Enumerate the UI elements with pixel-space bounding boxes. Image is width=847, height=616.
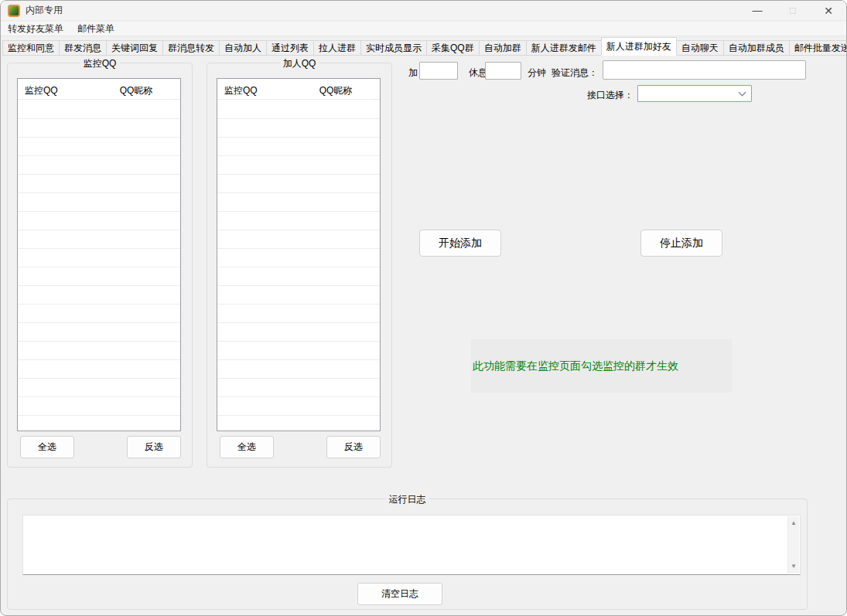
- app-icon: [8, 5, 20, 17]
- minimize-button[interactable]: —: [739, 1, 775, 20]
- scroll-up-icon[interactable]: ▲: [788, 520, 799, 526]
- notice-text: 此功能需要在监控页面勾选监控的群才生效: [473, 359, 678, 373]
- tab-2[interactable]: 群发消息: [59, 40, 107, 56]
- run-log-group: 运行日志 ▲ ▼ 清空日志: [7, 499, 808, 610]
- verify-message-input[interactable]: [603, 60, 806, 80]
- start-adding-button[interactable]: 开始添加: [419, 230, 501, 257]
- add-qq-group-title: 加人QQ: [280, 57, 319, 70]
- close-button[interactable]: ✕: [811, 1, 846, 20]
- window-title: 内部专用: [26, 4, 63, 17]
- tab-9[interactable]: 采集QQ群: [426, 40, 480, 56]
- monitor-qq-table-header: 监控QQ QQ昵称: [18, 79, 180, 100]
- add-qq-table[interactable]: 监控QQ QQ昵称: [217, 78, 381, 431]
- column-header-qq-nickname: QQ昵称: [298, 84, 374, 97]
- tab-1[interactable]: 监控和同意: [2, 40, 60, 56]
- add-qq-table-body[interactable]: [217, 100, 380, 431]
- tab-8[interactable]: 实时成员显示: [360, 40, 427, 56]
- column-header-qq-nickname: QQ昵称: [98, 84, 174, 97]
- add-count-input[interactable]: [419, 62, 458, 80]
- clear-log-button[interactable]: 清空日志: [357, 583, 442, 605]
- verify-message-label: 验证消息：: [552, 66, 598, 80]
- menu-item-forward-friend[interactable]: 转发好友菜单: [1, 22, 70, 36]
- tab-strip: 监控和同意群发消息关键词回复群消息转发自动加人通过列表拉人进群实时成员显示采集Q…: [2, 37, 846, 56]
- tab-7[interactable]: 拉人进群: [313, 40, 361, 56]
- window-controls: — □ ✕: [739, 1, 846, 20]
- rest-minutes-input[interactable]: [485, 62, 521, 80]
- interface-select-value: [638, 88, 641, 99]
- monitor-qq-table-body[interactable]: [18, 100, 180, 431]
- tab-6[interactable]: 通过列表: [266, 40, 314, 56]
- tab-11[interactable]: 新人进群发邮件: [526, 40, 602, 56]
- menu-item-mail[interactable]: 邮件菜单: [70, 22, 121, 36]
- tab-10[interactable]: 自动加群: [479, 40, 527, 56]
- menu-bar: 转发好友菜单 邮件菜单: [1, 22, 846, 36]
- add-invert-select-button[interactable]: 反选: [326, 436, 381, 458]
- tab-12[interactable]: 新人进群加好友: [601, 37, 677, 56]
- app-window: 内部专用 — □ ✕ 转发好友菜单 邮件菜单 监控和同意群发消息关键词回复群消息…: [0, 0, 847, 616]
- interface-select-dropdown[interactable]: [637, 85, 752, 102]
- add-count-label: 加: [408, 66, 418, 80]
- add-select-all-button[interactable]: 全选: [220, 436, 274, 458]
- monitor-qq-group: 监控QQ 监控QQ QQ昵称 全选 反选: [7, 63, 193, 468]
- monitor-requirement-notice: 此功能需要在监控页面勾选监控的群才生效: [471, 339, 732, 393]
- interface-select-label: 接口选择：: [587, 89, 634, 102]
- monitor-qq-group-title: 监控QQ: [80, 57, 120, 70]
- run-log-textarea[interactable]: ▲ ▼: [22, 515, 801, 575]
- add-qq-group: 加人QQ 监控QQ QQ昵称 全选 反选: [207, 63, 392, 468]
- stop-adding-button[interactable]: 停止添加: [640, 230, 722, 257]
- tab-3[interactable]: 关键词回复: [106, 40, 163, 56]
- run-log-group-title: 运行日志: [386, 493, 429, 506]
- minutes-label: 分钟: [528, 66, 546, 80]
- tab-4[interactable]: 群消息转发: [162, 40, 220, 56]
- tab-14[interactable]: 自动加群成员: [723, 40, 790, 56]
- chevron-down-icon: [739, 89, 746, 97]
- log-scrollbar[interactable]: ▲ ▼: [787, 516, 799, 573]
- column-header-monitor-qq: 监控QQ: [224, 84, 258, 97]
- add-qq-table-header: 监控QQ QQ昵称: [217, 79, 380, 100]
- maximize-button: □: [775, 1, 811, 20]
- monitor-invert-select-button[interactable]: 反选: [127, 436, 181, 458]
- column-header-monitor-qq: 监控QQ: [25, 84, 58, 97]
- scroll-down-icon[interactable]: ▼: [788, 563, 799, 570]
- monitor-select-all-button[interactable]: 全选: [20, 436, 74, 458]
- monitor-qq-table[interactable]: 监控QQ QQ昵称: [17, 78, 181, 431]
- title-bar: 内部专用 — □ ✕: [1, 1, 846, 21]
- tab-15[interactable]: 邮件批量发送: [789, 40, 847, 56]
- tab-5[interactable]: 自动加人: [219, 40, 267, 56]
- tab-13[interactable]: 自动聊天: [676, 40, 724, 56]
